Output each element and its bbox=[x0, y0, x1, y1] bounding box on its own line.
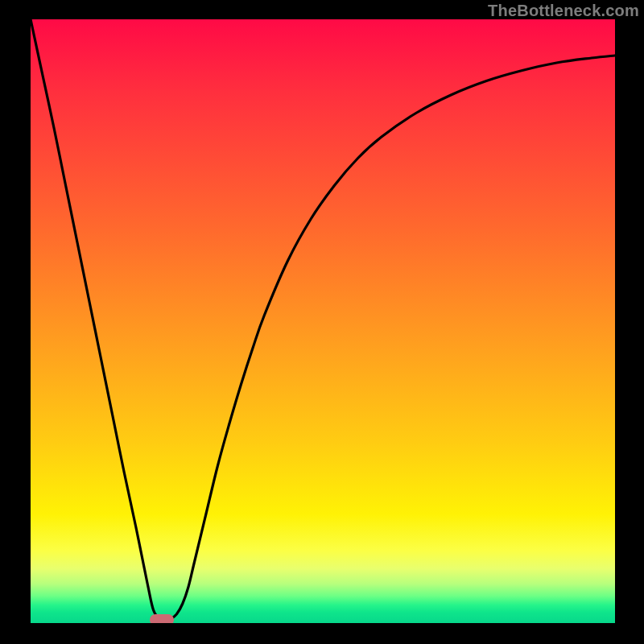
minimum-marker bbox=[150, 614, 174, 623]
chart-frame: TheBottleneck.com bbox=[0, 0, 644, 644]
watermark-text: TheBottleneck.com bbox=[488, 2, 639, 20]
plot-area bbox=[31, 19, 615, 623]
curve-svg bbox=[31, 19, 615, 623]
bottleneck-curve bbox=[31, 19, 615, 620]
